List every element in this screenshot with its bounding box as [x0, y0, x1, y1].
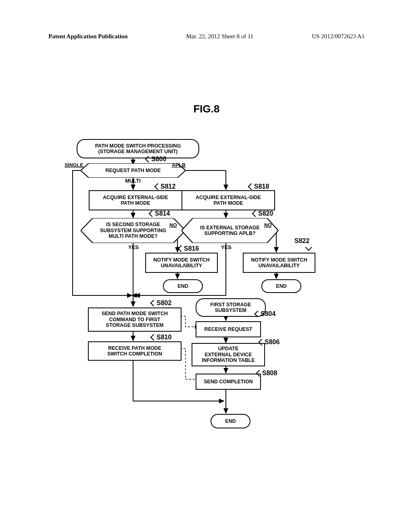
step-s806: S806: [265, 339, 280, 346]
flowchart-connectors: [52, 139, 359, 441]
end1-label: END: [177, 283, 188, 289]
box-s804: RECEIVE REQUEST: [196, 321, 261, 337]
s810-label: RECEIVE PATH MODE SWITCH COMPLETION: [107, 345, 162, 357]
s802-label: SEND PATH MODE SWITCH COMMAND TO FIRST S…: [102, 311, 168, 328]
flowchart: PATH MODE SWITCH PROCESSING (STORAGE MAN…: [52, 139, 359, 441]
page-header: Patent Application Publication Mar. 22, …: [48, 33, 365, 40]
s804-label: RECEIVE REQUEST: [204, 326, 252, 332]
step-s814: S814: [155, 210, 170, 217]
start-label: PATH MODE SWITCH PROCESSING (STORAGE MAN…: [95, 143, 181, 155]
s808-label: SEND COMPLETION: [204, 379, 253, 384]
decision-s800: REQUEST PATH MODE: [81, 163, 186, 178]
header-center: Mar. 22, 2012 Sheet 8 of 11: [186, 33, 253, 40]
firstss-label: FIRST STORAGE SUBSYSTEM: [210, 302, 251, 314]
s814-label: IS SECOND STORAGE SUBSYSTEM SUPPORTING M…: [89, 222, 177, 239]
step-s808: S808: [262, 370, 277, 377]
step-s800: S800: [151, 156, 166, 163]
s814-yes: YES: [128, 244, 139, 250]
s822-label: NOTIFY MODE SWITCH UNAVAILABILITY: [251, 257, 307, 269]
decision-s814: IS SECOND STORAGE SUBSYSTEM SUPPORTING M…: [81, 218, 186, 243]
box-s822: NOTIFY MODE SWITCH UNAVAILABILITY: [243, 253, 315, 273]
step-s802: S802: [156, 299, 171, 307]
step-s820: S820: [258, 210, 273, 217]
box-s816: NOTIFY MODE SWITCH UNAVAILABILITY: [145, 253, 218, 273]
start-node: PATH MODE SWITCH PROCESSING (STORAGE MAN…: [77, 139, 199, 158]
step-s816: S816: [184, 245, 199, 252]
branch-aplb: APLB: [172, 162, 186, 168]
s820-yes: YES: [221, 244, 232, 250]
step-s810: S810: [156, 334, 171, 341]
step-s818: S818: [254, 183, 269, 190]
box-s802: SEND PATH MODE SWITCH COMMAND TO FIRST S…: [88, 308, 181, 332]
box-s812: ACQUIRE EXTERNAL-SIDE PATH MODE: [89, 190, 182, 210]
header-right: US 2012/0072623 A1: [312, 33, 365, 40]
box-s810: RECEIVE PATH MODE SWITCH COMPLETION: [88, 341, 181, 361]
end2-label: END: [276, 283, 286, 289]
end2-node: END: [261, 279, 301, 293]
step-s804: S804: [261, 310, 275, 318]
page: Patent Application Publication Mar. 22, …: [0, 0, 413, 532]
end-final-node: END: [211, 414, 250, 428]
s806-label: UPDATE EXTERNAL DEVICE INFORMATION TABLE: [202, 346, 254, 363]
end1-node: END: [163, 279, 203, 293]
box-s818: ACQUIRE EXTERNAL-SIDE PATH MODE: [181, 190, 275, 210]
s816-label: NOTIFY MODE SWITCH UNAVAILABILITY: [153, 257, 209, 269]
s800-label: REQUEST PATH MODE: [94, 168, 172, 173]
endfinal-label: END: [225, 418, 236, 424]
header-left: Patent Application Publication: [48, 33, 128, 40]
s812-label: ACQUIRE EXTERNAL-SIDE PATH MODE: [103, 195, 168, 206]
box-s806: UPDATE EXTERNAL DEVICE INFORMATION TABLE: [192, 343, 265, 366]
branch-multi: MULTI: [125, 178, 141, 184]
step-s812: S812: [161, 183, 175, 190]
branch-single: SINGLE: [65, 162, 83, 168]
decision-s820: IS EXTERNAL STORAGE SUPPORTING APLB?: [181, 218, 278, 243]
box-s808: SEND COMPLETION: [196, 374, 261, 390]
s818-label: ACQUIRE EXTERNAL-SIDE PATH MODE: [196, 195, 261, 206]
step-s822: S822: [294, 237, 309, 245]
figure-title: FIG.8: [0, 103, 413, 115]
s820-label: IS EXTERNAL STORAGE SUPPORTING APLB?: [189, 225, 271, 237]
